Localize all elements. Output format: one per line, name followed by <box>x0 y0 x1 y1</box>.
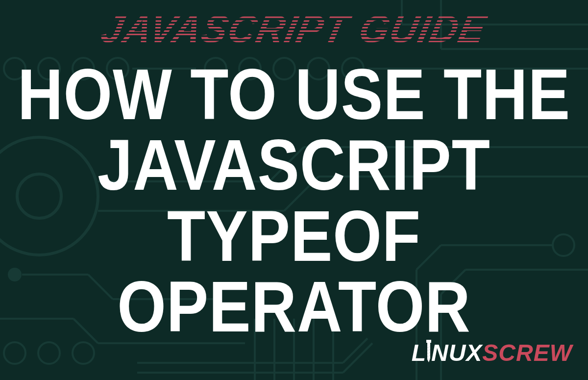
title-line-3: OPERATOR <box>0 271 588 342</box>
content-container: JAVASCRIPT GUIDE HOW TO USE THE JAVASCRI… <box>0 0 588 380</box>
title-line-1: HOW TO USE THE <box>0 59 588 129</box>
brand-part-screw: SCREW <box>482 340 572 366</box>
brand-part-nux: NUX <box>431 340 482 366</box>
brand-logo: LNUXSCREW <box>412 339 572 366</box>
main-title: HOW TO USE THE JAVASCRIPT TYPEOF OPERATO… <box>0 59 588 342</box>
brand-part-l: L <box>412 340 426 366</box>
svg-rect-49 <box>426 340 431 343</box>
subtitle-text: JAVASCRIPT GUIDE <box>98 10 490 48</box>
title-line-2: JAVASCRIPT TYPEOF <box>0 130 588 272</box>
screw-icon <box>425 340 432 363</box>
